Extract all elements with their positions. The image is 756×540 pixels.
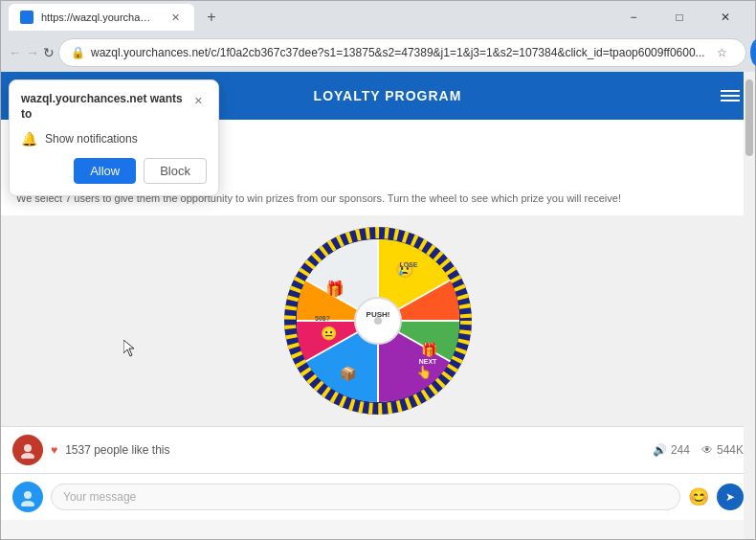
tab-title: https://wazql.yourchances.net/c/ <box>41 11 156 23</box>
notification-row: 🔔 Show notifications <box>21 131 207 146</box>
svg-text:LOSE: LOSE <box>399 261 417 268</box>
forward-button[interactable]: → <box>26 39 39 66</box>
reload-button[interactable]: ↻ <box>43 39 55 66</box>
new-tab-button[interactable]: + <box>198 4 225 31</box>
profile-button[interactable]: 👤 <box>750 39 756 66</box>
tab-favicon <box>20 11 33 24</box>
url-text: wazql.yourchances.net/c/1f0a2cb367c37dee… <box>91 46 705 59</box>
spin-wheel-container[interactable]: PUSH! 😢 🎁 🎁 📦 👆 😐 LOSE <box>282 225 474 416</box>
svg-point-27 <box>24 444 32 452</box>
spin-wheel[interactable]: PUSH! 😢 🎁 🎁 📦 👆 😐 LOSE <box>282 225 474 416</box>
bell-icon: 🔔 <box>21 131 37 146</box>
svg-text:👆: 👆 <box>416 364 433 380</box>
like-icon: ♥ <box>51 443 57 457</box>
browser-window: https://wazql.yourchances.net/c/ ✕ + − □… <box>0 0 756 540</box>
block-button[interactable]: Block <box>144 158 207 184</box>
tab-close-button[interactable]: ✕ <box>167 10 183 25</box>
svg-text:📦: 📦 <box>340 366 357 382</box>
social-counts: 🔊 244 👁 544K <box>653 443 744 457</box>
likes-count: 1537 people like this <box>65 443 169 457</box>
svg-text:NEXT: NEXT <box>419 358 437 365</box>
address-input[interactable]: 🔒 wazql.yourchances.net/c/1f0a2cb367c37d… <box>58 38 746 67</box>
svg-rect-0 <box>22 12 32 22</box>
svg-text:🎁: 🎁 <box>325 280 345 298</box>
close-button[interactable]: ✕ <box>703 4 747 31</box>
view-icon: 👁 <box>701 443 713 457</box>
message-bar: Your message 😊 ➤ <box>1 473 755 520</box>
message-input[interactable]: Your message <box>51 484 680 510</box>
active-tab[interactable]: https://wazql.yourchances.net/c/ ✕ <box>9 4 194 31</box>
popup-buttons: Allow Block <box>21 158 207 184</box>
send-icon: ➤ <box>725 490 735 504</box>
popup-title: wazql.yourchances.net wants to <box>21 92 190 122</box>
window-controls: − □ ✕ <box>611 4 747 31</box>
address-bar: ← → ↻ 🔒 wazql.yourchances.net/c/1f0a2cb3… <box>1 34 755 72</box>
popup-close-button[interactable]: × <box>190 92 207 109</box>
hamburger-menu[interactable] <box>721 90 740 101</box>
minimize-button[interactable]: − <box>611 4 656 31</box>
svg-text:🎁: 🎁 <box>421 342 438 358</box>
allow-button[interactable]: Allow <box>74 158 136 184</box>
comment-icon: 🔊 <box>653 443 667 457</box>
social-bar: ♥ 1537 people like this 🔊 244 👁 544K <box>1 426 755 473</box>
title-bar: https://wazql.yourchances.net/c/ ✕ + − □… <box>1 1 755 34</box>
comment-count: 244 <box>671 443 690 457</box>
views-count: 544K <box>717 443 744 457</box>
svg-text:😐: 😐 <box>321 326 338 342</box>
webpage: wazql.yourchances.net wants to × 🔔 Show … <box>1 72 755 539</box>
back-button[interactable]: ← <box>9 39 22 66</box>
svg-text:50$?: 50$? <box>315 315 330 323</box>
wheel-section: PUSH! 😢 🎁 🎁 📦 👆 😐 LOSE <box>1 215 755 426</box>
svg-point-30 <box>21 501 34 506</box>
maximize-button[interactable]: □ <box>657 4 701 31</box>
message-avatar <box>12 482 43 512</box>
user-avatar <box>12 435 43 465</box>
send-button[interactable]: ➤ <box>717 484 744 510</box>
message-placeholder: Your message <box>63 490 136 504</box>
notification-popup: wazql.yourchances.net wants to × 🔔 Show … <box>9 79 219 196</box>
popup-header: wazql.yourchances.net wants to × <box>21 92 207 122</box>
svg-point-28 <box>21 453 34 459</box>
scrollbar-thumb[interactable] <box>745 79 753 156</box>
bookmark-icon[interactable]: ☆ <box>711 41 734 64</box>
lock-icon: 🔒 <box>71 46 85 59</box>
svg-point-17 <box>374 317 382 325</box>
svg-point-29 <box>24 491 32 499</box>
notification-label: Show notifications <box>45 132 138 146</box>
emoji-button[interactable]: 😊 <box>688 486 709 507</box>
scrollbar[interactable] <box>744 72 755 539</box>
